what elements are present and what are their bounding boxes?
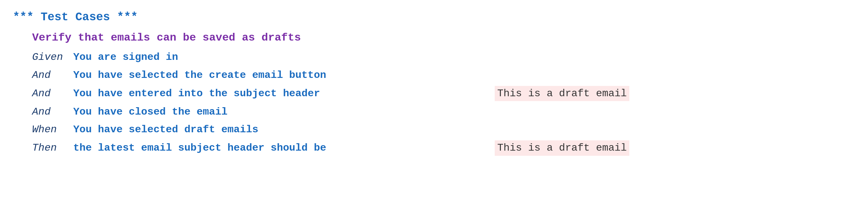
step-and-2: And You have entered into the subject he… [32, 84, 855, 103]
step-given: Given You are signed in [32, 48, 855, 66]
keyword-and-2: And [32, 87, 71, 101]
step-given-text: You are signed in [73, 50, 178, 64]
step-and-3: And You have closed the email [32, 103, 855, 121]
step-when: When You have selected draft emails [32, 121, 855, 138]
scenario-label: Verify that emails can be saved as draft… [32, 29, 855, 47]
test-cases-block: *** Test Cases *** Verify that emails ca… [13, 8, 855, 158]
step-then: Then the latest email subject header sho… [32, 138, 855, 157]
scenario-text: Verify that emails can be saved as draft… [32, 31, 301, 45]
step-and-1-text: You have selected the create email butto… [73, 68, 326, 82]
keyword-and-1: And [32, 68, 71, 82]
step-and-2-text: You have entered into the subject header [73, 87, 320, 101]
step-then-param: This is a draft email [495, 140, 629, 156]
keyword-given: Given [32, 50, 71, 64]
step-then-text: the latest email subject header should b… [73, 141, 326, 155]
step-when-text: You have selected draft emails [73, 123, 258, 136]
keyword-then: Then [32, 141, 71, 155]
step-and-2-param: This is a draft email [495, 86, 629, 101]
step-and-1: And You have selected the create email b… [32, 66, 855, 84]
title-text: *** Test Cases *** [13, 10, 138, 25]
keyword-and-3: And [32, 105, 71, 119]
step-and-3-text: You have closed the email [73, 105, 227, 119]
title-line: *** Test Cases *** [13, 8, 855, 27]
keyword-when: When [32, 123, 71, 136]
